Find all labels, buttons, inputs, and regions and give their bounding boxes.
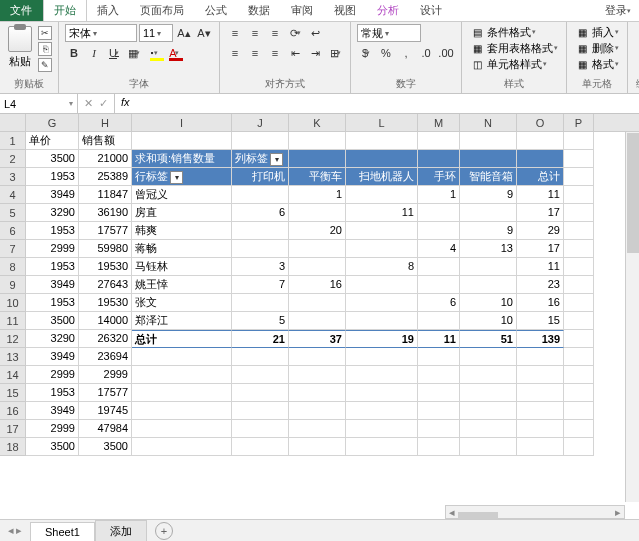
cell[interactable]	[564, 366, 594, 384]
cell[interactable]: 23	[517, 276, 564, 294]
cell[interactable]	[132, 420, 232, 438]
enter-icon[interactable]: ✓	[99, 97, 108, 110]
sheet-tab-add-label[interactable]: 添加	[95, 520, 147, 541]
new-sheet-button[interactable]: +	[155, 522, 173, 540]
cell[interactable]	[232, 366, 289, 384]
cell[interactable]	[232, 294, 289, 312]
tab-view[interactable]: 视图	[324, 0, 367, 21]
insert-cells-button[interactable]: ▦插入▾	[573, 24, 621, 40]
cell[interactable]	[289, 150, 346, 168]
format-as-table-button[interactable]: ▦套用表格格式▾	[468, 40, 560, 56]
row-header[interactable]: 6	[0, 222, 25, 240]
number-format-combo[interactable]: 常规▾	[357, 24, 421, 42]
cell[interactable]: 2999	[26, 240, 79, 258]
cell[interactable]	[418, 150, 460, 168]
cell[interactable]: 3949	[26, 276, 79, 294]
tab-formulas[interactable]: 公式	[195, 0, 238, 21]
cell[interactable]: 求和项:销售数量	[132, 150, 232, 168]
cell[interactable]	[517, 402, 564, 420]
cell[interactable]	[346, 294, 418, 312]
sheet-tab-active[interactable]: Sheet1	[30, 522, 95, 541]
col-header[interactable]: K	[289, 114, 346, 131]
cell[interactable]: 3949	[26, 186, 79, 204]
cell[interactable]	[564, 330, 594, 348]
tab-pagelayout[interactable]: 页面布局	[130, 0, 195, 21]
cell[interactable]	[232, 222, 289, 240]
align-left-button[interactable]: ≡	[226, 44, 244, 62]
cell[interactable]: 郑泽江	[132, 312, 232, 330]
row-header[interactable]: 3	[0, 168, 25, 186]
cell[interactable]	[418, 402, 460, 420]
cell[interactable]	[460, 420, 517, 438]
cell[interactable]	[418, 312, 460, 330]
cell[interactable]: 16	[289, 276, 346, 294]
cell[interactable]: 蒋畅	[132, 240, 232, 258]
cell[interactable]: 4	[418, 240, 460, 258]
cell[interactable]: 1	[289, 186, 346, 204]
cell[interactable]: 25389	[79, 168, 132, 186]
cell[interactable]: 房直	[132, 204, 232, 222]
cell[interactable]: 打印机	[232, 168, 289, 186]
cell[interactable]	[346, 240, 418, 258]
cell[interactable]	[232, 384, 289, 402]
cell[interactable]: 列标签▾	[232, 150, 289, 168]
cell[interactable]	[517, 132, 564, 150]
cell[interactable]	[460, 276, 517, 294]
cell[interactable]	[564, 312, 594, 330]
login-link[interactable]: 登录▾	[597, 0, 639, 21]
cell[interactable]: 11847	[79, 186, 132, 204]
cell[interactable]: 韩爽	[132, 222, 232, 240]
cell[interactable]	[460, 132, 517, 150]
cell[interactable]: 11	[418, 330, 460, 348]
cell[interactable]	[132, 384, 232, 402]
cell[interactable]: 10	[460, 294, 517, 312]
cell[interactable]	[460, 348, 517, 366]
align-bottom-button[interactable]: ≡	[266, 24, 284, 42]
cell[interactable]	[132, 402, 232, 420]
font-name-combo[interactable]: 宋体▾	[65, 24, 137, 42]
row-header[interactable]: 12	[0, 330, 25, 348]
cell[interactable]: 26320	[79, 330, 132, 348]
cell[interactable]: 3	[232, 258, 289, 276]
col-header[interactable]: P	[564, 114, 594, 131]
cell[interactable]: 17577	[79, 222, 132, 240]
cell[interactable]: 6	[418, 294, 460, 312]
cell[interactable]	[517, 150, 564, 168]
cell[interactable]	[289, 294, 346, 312]
cell[interactable]	[346, 420, 418, 438]
align-center-button[interactable]: ≡	[246, 44, 264, 62]
cell[interactable]: 1953	[26, 168, 79, 186]
accounting-button[interactable]: $▾	[357, 44, 375, 62]
filter-button[interactable]: ▾	[170, 171, 183, 184]
cell[interactable]: 14000	[79, 312, 132, 330]
cell[interactable]: 13	[460, 240, 517, 258]
tab-home[interactable]: 开始	[43, 0, 87, 21]
cell[interactable]: 总计	[132, 330, 232, 348]
cell[interactable]: 19	[346, 330, 418, 348]
cell[interactable]	[517, 438, 564, 456]
cell[interactable]: 3290	[26, 330, 79, 348]
cell[interactable]	[564, 420, 594, 438]
cell[interactable]	[564, 222, 594, 240]
cell[interactable]	[132, 348, 232, 366]
cell[interactable]	[346, 132, 418, 150]
cell[interactable]	[289, 384, 346, 402]
cell[interactable]: 17	[517, 240, 564, 258]
cell[interactable]	[418, 276, 460, 294]
decrease-decimal-button[interactable]: .00	[437, 44, 455, 62]
cell[interactable]	[289, 312, 346, 330]
cell[interactable]	[232, 420, 289, 438]
cell[interactable]	[289, 366, 346, 384]
select-all-corner[interactable]	[0, 114, 26, 132]
row-header[interactable]: 5	[0, 204, 25, 222]
increase-font-button[interactable]: A▴	[175, 24, 193, 42]
cell[interactable]	[564, 348, 594, 366]
cell[interactable]: 19530	[79, 258, 132, 276]
row-header[interactable]: 13	[0, 348, 25, 366]
cell[interactable]	[564, 186, 594, 204]
cell[interactable]	[517, 420, 564, 438]
cell[interactable]: 3500	[26, 312, 79, 330]
cell[interactable]	[460, 384, 517, 402]
cell[interactable]	[289, 258, 346, 276]
font-color-button[interactable]: A▾	[165, 44, 183, 62]
